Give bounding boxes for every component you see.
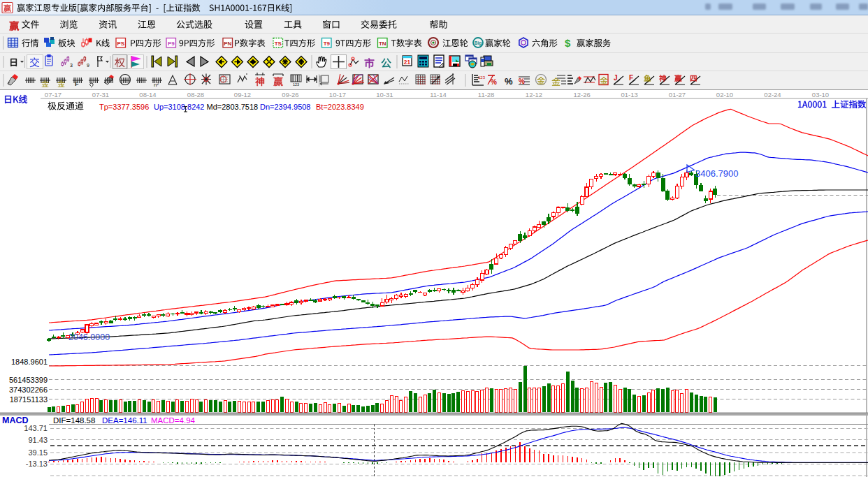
svg-text:-13.13: -13.13 xyxy=(26,460,48,468)
svg-text:9: 9 xyxy=(87,63,89,68)
svg-text:DIF=148.58: DIF=148.58 xyxy=(53,416,95,425)
svg-text:02-10: 02-10 xyxy=(716,91,733,98)
svg-text:09-26: 09-26 xyxy=(282,91,298,98)
svg-text:T9: T9 xyxy=(324,41,331,47)
svg-text:$: $ xyxy=(565,37,571,49)
svg-text:08-14: 08-14 xyxy=(139,91,156,98)
svg-text:PN: PN xyxy=(224,41,231,47)
svg-text:01-13: 01-13 xyxy=(621,91,637,98)
svg-text:%: % xyxy=(505,76,513,87)
svg-text:TN: TN xyxy=(379,41,386,47)
svg-text:J: J xyxy=(614,74,618,82)
svg-text:P9: P9 xyxy=(168,41,175,47)
svg-text:n²: n² xyxy=(154,82,159,88)
svg-text:1848.9601: 1848.9601 xyxy=(11,358,48,366)
svg-text:MACD=4.94: MACD=4.94 xyxy=(151,416,196,425)
svg-text:08-28: 08-28 xyxy=(187,91,204,98)
svg-text:143.71: 143.71 xyxy=(24,424,48,432)
svg-text:12-26: 12-26 xyxy=(573,91,590,98)
svg-text:09-12: 09-12 xyxy=(234,91,251,98)
svg-text:374302266: 374302266 xyxy=(9,386,48,394)
svg-text:Tp=3377.3596: Tp=3377.3596 xyxy=(99,103,149,111)
svg-text:%: % xyxy=(491,78,497,86)
svg-text:02-24: 02-24 xyxy=(764,91,781,98)
svg-text:3406.7900: 3406.7900 xyxy=(695,168,738,179)
svg-text:Big: Big xyxy=(475,41,482,46)
svg-text:12-12: 12-12 xyxy=(526,91,542,98)
svg-text:11-28: 11-28 xyxy=(478,91,495,98)
svg-text:10-31: 10-31 xyxy=(376,91,393,98)
svg-text:2046.0000: 2046.0000 xyxy=(68,332,110,342)
svg-text:TS: TS xyxy=(275,41,282,47)
svg-text:DEA=146.11: DEA=146.11 xyxy=(102,416,147,425)
svg-text:11-14: 11-14 xyxy=(430,91,447,98)
svg-text:07-17: 07-17 xyxy=(45,91,62,98)
svg-text:Bt=2023.8349: Bt=2023.8349 xyxy=(316,103,364,111)
svg-text:Up=3108.8242: Up=3108.8242 xyxy=(154,103,204,111)
svg-text:561453399: 561453399 xyxy=(9,376,48,384)
svg-text:01-27: 01-27 xyxy=(669,91,686,98)
svg-text:10-17: 10-17 xyxy=(329,91,346,98)
svg-text:F: F xyxy=(629,74,633,82)
svg-text:123: 123 xyxy=(293,82,299,87)
svg-text:%: % xyxy=(519,78,525,85)
svg-text:39.15: 39.15 xyxy=(28,448,48,457)
svg-text:07-31: 07-31 xyxy=(92,91,109,98)
svg-text:123: 123 xyxy=(478,75,486,80)
svg-text:187151133: 187151133 xyxy=(10,395,48,404)
svg-text:PS: PS xyxy=(117,41,124,47)
svg-text:91.43: 91.43 xyxy=(28,436,48,444)
svg-text:F: F xyxy=(75,80,79,87)
svg-text:Dn=2394.9508: Dn=2394.9508 xyxy=(260,103,310,111)
svg-text:3: 3 xyxy=(70,63,73,68)
svg-text:21: 21 xyxy=(404,59,411,66)
svg-text:Md=2803.7518: Md=2803.7518 xyxy=(207,103,259,111)
svg-text:03-10: 03-10 xyxy=(812,91,829,98)
